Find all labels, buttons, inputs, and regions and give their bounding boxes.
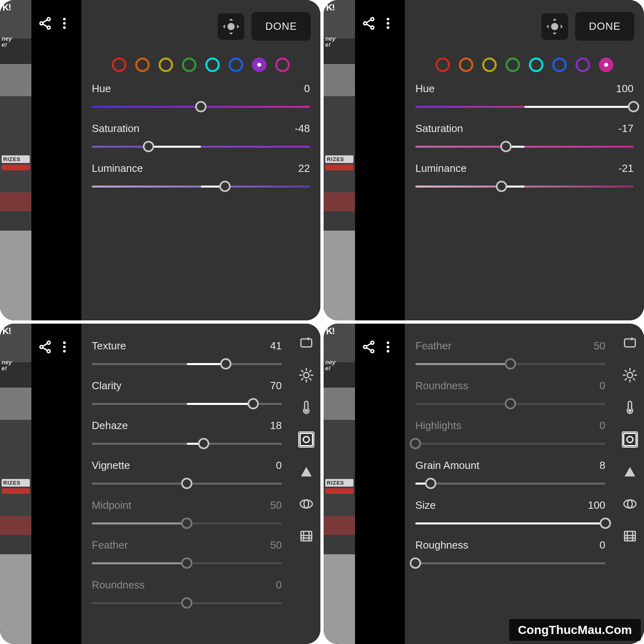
- slider-roughness[interactable]: Roughness0: [415, 539, 605, 569]
- lens-tool-icon[interactable]: [622, 496, 638, 512]
- slider-size[interactable]: Size100: [415, 499, 605, 529]
- color-swatch-purple[interactable]: [252, 58, 266, 72]
- effects-tool-icon[interactable]: [622, 431, 638, 448]
- svg-point-43: [363, 345, 367, 349]
- slider-hue[interactable]: Hue0: [92, 83, 310, 113]
- color-swatch-aqua[interactable]: [205, 58, 220, 72]
- color-swatch-orange[interactable]: [135, 58, 150, 72]
- more-icon[interactable]: [381, 340, 395, 356]
- sun-tool-icon[interactable]: [622, 367, 638, 383]
- slider-midpoint[interactable]: Midpoint50: [92, 499, 282, 529]
- slider-track[interactable]: [415, 101, 634, 113]
- slider-saturation[interactable]: Saturation-17: [415, 122, 634, 153]
- slider-roundness[interactable]: Roundness0: [415, 380, 605, 410]
- slider-highlights[interactable]: Highlights0: [415, 419, 605, 450]
- slider-saturation[interactable]: Saturation-48: [92, 122, 310, 153]
- slider-track[interactable]: [415, 557, 605, 569]
- tri-tool-icon[interactable]: [622, 464, 638, 480]
- slider-clarity[interactable]: Clarity70: [92, 380, 282, 410]
- svg-point-2: [47, 26, 50, 29]
- color-swatch-green[interactable]: [506, 58, 520, 72]
- svg-line-57: [633, 378, 635, 380]
- share-icon[interactable]: [361, 16, 376, 32]
- tri-tool-icon[interactable]: [298, 464, 314, 480]
- color-swatch-purple[interactable]: [576, 58, 590, 72]
- slider-feather[interactable]: Feather50: [92, 539, 282, 569]
- slider-track[interactable]: [92, 398, 282, 410]
- svg-rect-24: [301, 339, 312, 347]
- slider-track[interactable]: [92, 597, 282, 609]
- svg-line-56: [625, 370, 627, 372]
- slider-value: -48: [295, 122, 310, 135]
- slider-label: Midpoint: [92, 499, 131, 512]
- slider-grain-amount[interactable]: Grain Amount8: [415, 459, 605, 489]
- color-swatch-blue[interactable]: [552, 58, 567, 72]
- color-swatch-red[interactable]: [436, 58, 450, 72]
- slider-track[interactable]: [92, 358, 282, 370]
- color-swatch-magenta[interactable]: [599, 58, 613, 72]
- slider-track[interactable]: [92, 140, 310, 153]
- svg-point-18: [47, 350, 50, 353]
- share-icon[interactable]: [361, 340, 376, 356]
- color-swatch-orange[interactable]: [459, 58, 473, 72]
- slider-track[interactable]: [92, 438, 282, 450]
- slider-hue[interactable]: Hue100: [415, 83, 634, 113]
- slider-luminance[interactable]: Luminance22: [92, 162, 310, 192]
- slider-track[interactable]: [92, 180, 310, 192]
- more-icon[interactable]: [57, 340, 72, 356]
- slider-track[interactable]: [415, 438, 605, 450]
- svg-line-4: [43, 24, 47, 27]
- slider-track[interactable]: [92, 517, 282, 529]
- screenshot-bl: K!neye!RIZESTexture41Clarity70Dehaze18Vi…: [0, 324, 320, 644]
- effects-tool-icon[interactable]: [298, 431, 314, 448]
- slider-texture[interactable]: Texture41: [92, 340, 282, 370]
- filmv-tool-icon[interactable]: [622, 528, 638, 544]
- share-icon[interactable]: [38, 340, 52, 356]
- slider-luminance[interactable]: Luminance-21: [415, 162, 634, 192]
- slider-track[interactable]: [92, 477, 282, 489]
- color-swatch-green[interactable]: [182, 58, 196, 72]
- more-icon[interactable]: [381, 16, 395, 32]
- slider-track[interactable]: [415, 140, 634, 153]
- done-button[interactable]: DONE: [575, 12, 634, 41]
- color-swatch-blue[interactable]: [229, 58, 243, 72]
- slider-track[interactable]: [415, 398, 605, 410]
- lens-tool-icon[interactable]: [298, 496, 314, 512]
- slider-label: Luminance: [92, 162, 143, 175]
- watermark: CongThucMau.Com: [509, 619, 641, 641]
- slider-feather[interactable]: Feather50: [415, 340, 605, 370]
- svg-point-36: [304, 500, 309, 508]
- auto-tool-icon[interactable]: [298, 335, 314, 351]
- slider-value: 50: [594, 340, 605, 352]
- slider-track[interactable]: [415, 477, 605, 489]
- share-icon[interactable]: [38, 16, 52, 32]
- slider-value: 22: [298, 162, 310, 175]
- slider-track[interactable]: [92, 101, 310, 113]
- slider-track[interactable]: [415, 180, 634, 192]
- slider-vignette[interactable]: Vignette0: [92, 459, 282, 489]
- color-swatch-magenta[interactable]: [275, 58, 290, 72]
- slider-roundness[interactable]: Roundness0: [92, 579, 282, 609]
- color-swatch-red[interactable]: [112, 58, 126, 72]
- color-swatch-yellow[interactable]: [159, 58, 173, 72]
- svg-point-23: [63, 350, 66, 353]
- pan-drag-button[interactable]: [541, 13, 568, 40]
- therm-tool-icon[interactable]: [622, 399, 638, 415]
- color-swatch-yellow[interactable]: [482, 58, 497, 72]
- done-button[interactable]: DONE: [252, 12, 311, 41]
- slider-track[interactable]: [415, 517, 605, 529]
- therm-tool-icon[interactable]: [298, 399, 314, 415]
- svg-point-49: [387, 350, 390, 353]
- slider-dehaze[interactable]: Dehaze18: [92, 419, 282, 450]
- filmv-tool-icon[interactable]: [298, 528, 314, 544]
- slider-track[interactable]: [92, 557, 282, 569]
- svg-point-9: [363, 22, 367, 25]
- sun-tool-icon[interactable]: [298, 367, 314, 383]
- slider-track[interactable]: [415, 358, 605, 370]
- svg-point-35: [300, 500, 312, 508]
- auto-tool-icon[interactable]: [622, 335, 638, 351]
- pan-drag-button[interactable]: [218, 13, 244, 40]
- more-icon[interactable]: [57, 16, 72, 32]
- color-swatch-aqua[interactable]: [529, 58, 543, 72]
- preview-photo-strip: K!neye!RIZES: [0, 324, 31, 644]
